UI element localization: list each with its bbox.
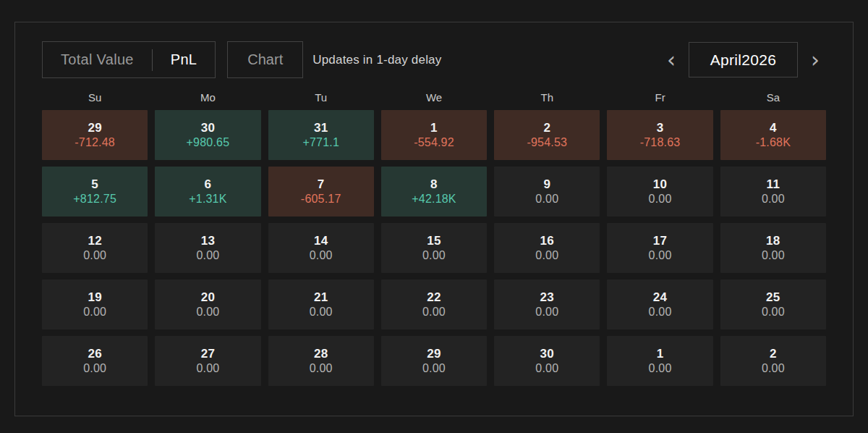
cell-day-number: 30 bbox=[201, 121, 216, 135]
cell-pnl-value: 0.00 bbox=[422, 306, 446, 319]
calendar-cell[interactable]: 31+771.1 bbox=[268, 110, 374, 160]
calendar-cell[interactable]: 260.00 bbox=[42, 336, 148, 386]
cell-day-number: 10 bbox=[653, 177, 668, 192]
cell-day-number: 21 bbox=[314, 290, 328, 305]
cell-pnl-value: 0.00 bbox=[535, 193, 558, 206]
cell-day-number: 30 bbox=[540, 347, 555, 361]
calendar-cell[interactable]: 270.00 bbox=[155, 336, 260, 386]
cell-pnl-value: 0.00 bbox=[535, 362, 558, 375]
weekday-label-mo: Mo bbox=[155, 89, 260, 106]
cell-day-number: 25 bbox=[766, 290, 780, 305]
cell-pnl-value: 0.00 bbox=[535, 249, 558, 262]
cell-pnl-value: 0.00 bbox=[83, 249, 106, 262]
calendar-cell[interactable]: 290.00 bbox=[381, 336, 487, 386]
cell-pnl-value: 0.00 bbox=[196, 306, 219, 319]
calendar-cell[interactable]: 8+42.18K bbox=[381, 167, 487, 216]
cell-pnl-value: +42.18K bbox=[412, 193, 456, 206]
cell-day-number: 24 bbox=[653, 290, 668, 305]
cell-day-number: 29 bbox=[88, 121, 102, 135]
calendar-cell[interactable]: 140.00 bbox=[268, 223, 374, 273]
cell-day-number: 4 bbox=[770, 121, 777, 135]
calendar-cell[interactable]: 300.00 bbox=[494, 336, 600, 386]
weekday-label-su: Su bbox=[42, 89, 148, 106]
calendar-cell[interactable]: 190.00 bbox=[42, 279, 148, 329]
calendar-cell[interactable]: 160.00 bbox=[494, 223, 600, 273]
pnl-calendar-panel: Total Value PnL Chart Updates in 1-day d… bbox=[14, 22, 854, 416]
calendar-cell[interactable]: 5+812.75 bbox=[42, 167, 148, 216]
calendar-cell[interactable]: 230.00 bbox=[494, 279, 600, 329]
cell-day-number: 22 bbox=[427, 290, 441, 305]
calendar-cell[interactable]: 3-718.63 bbox=[607, 110, 712, 160]
cell-pnl-value: 0.00 bbox=[310, 249, 333, 262]
prev-month-icon[interactable]: ‹ bbox=[660, 43, 683, 77]
calendar-cell[interactable]: 1-554.92 bbox=[381, 110, 487, 160]
cell-day-number: 5 bbox=[91, 177, 98, 192]
calendar-cell[interactable]: 210.00 bbox=[268, 279, 374, 329]
cell-pnl-value: 0.00 bbox=[649, 193, 672, 206]
calendar-cell[interactable]: 120.00 bbox=[42, 223, 148, 273]
toggle-total-value[interactable]: Total Value bbox=[43, 42, 152, 77]
cell-pnl-value: +771.1 bbox=[302, 136, 339, 149]
cell-day-number: 7 bbox=[318, 177, 325, 192]
cell-pnl-value: 0.00 bbox=[649, 362, 672, 375]
cell-day-number: 23 bbox=[540, 290, 555, 305]
cell-day-number: 15 bbox=[427, 234, 441, 248]
cell-day-number: 11 bbox=[767, 177, 780, 192]
calendar-cell[interactable]: 100.00 bbox=[607, 167, 712, 216]
cell-pnl-value: 0.00 bbox=[196, 362, 219, 375]
cell-day-number: 3 bbox=[657, 121, 664, 135]
calendar-cell[interactable]: 220.00 bbox=[381, 279, 487, 329]
weekday-label-fr: Fr bbox=[607, 89, 712, 106]
view-toggle-group: Total Value PnL bbox=[42, 41, 216, 78]
cell-day-number: 1 bbox=[657, 347, 664, 361]
chart-button[interactable]: Chart bbox=[227, 41, 303, 78]
cell-pnl-value: +980.65 bbox=[187, 136, 230, 149]
next-month-icon[interactable]: › bbox=[804, 43, 827, 77]
calendar-cell[interactable]: 130.00 bbox=[155, 223, 260, 273]
cell-day-number: 1 bbox=[430, 121, 438, 135]
cell-day-number: 12 bbox=[88, 234, 102, 248]
calendar-cell[interactable]: 2-954.53 bbox=[494, 110, 600, 160]
calendar-cell[interactable]: 240.00 bbox=[607, 279, 712, 329]
month-selector[interactable]: April2026 bbox=[689, 42, 798, 77]
cell-pnl-value: 0.00 bbox=[310, 306, 333, 319]
cell-pnl-value: 0.00 bbox=[196, 249, 219, 262]
cell-day-number: 8 bbox=[430, 177, 438, 192]
cell-pnl-value: 0.00 bbox=[422, 362, 446, 375]
calendar-cell[interactable]: 280.00 bbox=[268, 336, 374, 386]
calendar-cell[interactable]: 250.00 bbox=[720, 279, 826, 329]
calendar-cell[interactable]: 6+1.31K bbox=[155, 167, 260, 216]
calendar-cell[interactable]: 110.00 bbox=[720, 167, 826, 216]
cell-day-number: 2 bbox=[543, 121, 550, 135]
toggle-pnl[interactable]: PnL bbox=[153, 42, 216, 77]
calendar-cell[interactable]: 7-605.17 bbox=[268, 167, 374, 216]
cell-pnl-value: 0.00 bbox=[762, 362, 785, 375]
cell-day-number: 29 bbox=[427, 347, 441, 361]
cell-pnl-value: 0.00 bbox=[422, 249, 446, 262]
cell-day-number: 28 bbox=[314, 347, 328, 361]
cell-day-number: 14 bbox=[314, 234, 328, 248]
weekday-header-row: SuMoTuWeThFrSa bbox=[42, 89, 826, 106]
cell-day-number: 18 bbox=[766, 234, 780, 248]
cell-pnl-value: 0.00 bbox=[762, 249, 785, 262]
calendar-cell[interactable]: 90.00 bbox=[494, 167, 600, 216]
calendar-cell[interactable]: 20.00 bbox=[720, 336, 826, 386]
calendar-cell[interactable]: 29-712.48 bbox=[42, 110, 148, 160]
weekday-label-th: Th bbox=[494, 89, 600, 106]
cell-pnl-value: -718.63 bbox=[640, 136, 681, 149]
update-delay-note: Updates in 1-day delay bbox=[312, 53, 441, 67]
cell-day-number: 27 bbox=[201, 347, 216, 361]
calendar-cell[interactable]: 150.00 bbox=[381, 223, 487, 273]
calendar-cell[interactable]: 200.00 bbox=[155, 279, 260, 329]
calendar-cell[interactable]: 180.00 bbox=[720, 223, 826, 273]
cell-pnl-value: -712.48 bbox=[75, 136, 115, 149]
cell-pnl-value: 0.00 bbox=[83, 362, 106, 375]
calendar-cell[interactable]: 30+980.65 bbox=[155, 110, 260, 160]
cell-day-number: 16 bbox=[540, 234, 555, 248]
cell-pnl-value: +812.75 bbox=[73, 193, 116, 206]
calendar-cell[interactable]: 10.00 bbox=[607, 336, 712, 386]
cell-pnl-value: 0.00 bbox=[649, 306, 672, 319]
calendar-cell[interactable]: 170.00 bbox=[607, 223, 712, 273]
calendar-cell[interactable]: 4-1.68K bbox=[720, 110, 826, 160]
cell-pnl-value: 0.00 bbox=[762, 306, 785, 319]
